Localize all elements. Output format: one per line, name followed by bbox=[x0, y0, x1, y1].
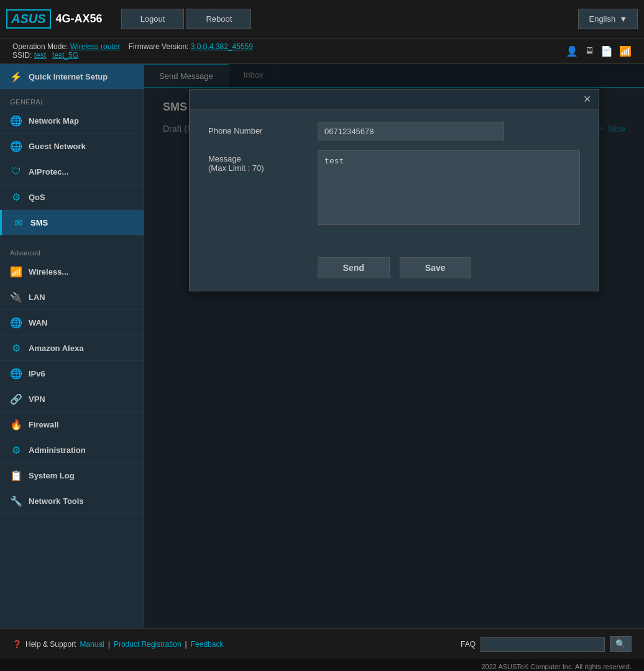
main-layout: ⚡ Quick Internet Setup General 🌐 Network… bbox=[0, 64, 644, 628]
message-textarea[interactable]: test bbox=[318, 150, 580, 225]
copyright: 2022 ASUSTeK Computer Inc. All rights re… bbox=[0, 659, 644, 671]
operation-info: Operation Mode: Wireless router Firmware… bbox=[12, 42, 253, 60]
language-label: English bbox=[589, 14, 615, 24]
separator-1: | bbox=[108, 640, 110, 649]
wan-label: WAN bbox=[29, 318, 47, 327]
alexa-label: Amazon Alexa bbox=[29, 344, 83, 353]
ipv6-icon: 🌐 bbox=[10, 367, 22, 380]
top-bar: ASUS 4G-AX56 Logout Reboot English ▼ bbox=[0, 0, 644, 39]
firmware-label: Firmware Version: bbox=[129, 42, 189, 51]
phone-label: Phone Number bbox=[208, 122, 308, 135]
sidebar-item-wireless[interactable]: 📶 Wireless... bbox=[0, 259, 144, 285]
sidebar-item-sms[interactable]: ✉ SMS bbox=[0, 210, 144, 235]
network-map-label: Network Map bbox=[29, 116, 79, 126]
ipv6-label: IPv6 bbox=[29, 369, 45, 378]
sidebar-advanced-section: Advanced 📶 Wireless... 🔌 LAN 🌐 WAN ⚙ Ama… bbox=[0, 240, 144, 519]
footer-search: FAQ 🔍 bbox=[461, 636, 632, 652]
sidebar-item-firewall[interactable]: 🔥 Firewall bbox=[0, 412, 144, 437]
message-sublabel: (Max Limit : 70) bbox=[208, 163, 264, 173]
user-icon: 👤 bbox=[566, 45, 578, 57]
network-tools-label: Network Tools bbox=[29, 496, 84, 506]
network-map-icon: 🌐 bbox=[10, 114, 22, 127]
sidebar-item-system-log[interactable]: 📋 System Log bbox=[0, 463, 144, 488]
sidebar-item-ipv6[interactable]: 🌐 IPv6 bbox=[0, 361, 144, 386]
send-button[interactable]: Send bbox=[318, 257, 390, 278]
guest-network-label: Guest Network bbox=[29, 142, 86, 151]
modal-close-button[interactable]: ✕ bbox=[583, 94, 591, 104]
phone-row: Phone Number bbox=[208, 122, 580, 140]
alexa-icon: ⚙ bbox=[10, 342, 22, 354]
footer: ❓ Help & Support Manual | Product Regist… bbox=[0, 628, 644, 659]
reboot-button[interactable]: Reboot bbox=[186, 9, 251, 29]
general-section-label: General bbox=[0, 94, 144, 108]
top-buttons: Logout Reboot bbox=[121, 9, 252, 29]
footer-links: ❓ Help & Support Manual | Product Regist… bbox=[12, 640, 223, 649]
ssid-2g[interactable]: test bbox=[34, 51, 46, 60]
sidebar-item-guest-network[interactable]: 🌐 Guest Network bbox=[0, 134, 144, 159]
guest-network-icon: 🌐 bbox=[10, 140, 22, 152]
administration-icon: ⚙ bbox=[10, 444, 22, 456]
lan-label: LAN bbox=[29, 293, 45, 302]
vpn-icon: 🔗 bbox=[10, 393, 22, 405]
sidebar-item-quick-setup[interactable]: ⚡ Quick Internet Setup bbox=[0, 64, 144, 89]
sidebar-general-section: General 🌐 Network Map 🌐 Guest Network 🛡 … bbox=[0, 89, 144, 240]
info-icons: 👤 🖥 📄 📶 bbox=[566, 45, 632, 57]
advanced-section-label: Advanced bbox=[0, 245, 144, 259]
phone-input[interactable] bbox=[318, 122, 504, 140]
sidebar: ⚡ Quick Internet Setup General 🌐 Network… bbox=[0, 64, 144, 628]
operation-mode-label: Operation Mode: bbox=[12, 42, 68, 51]
message-row: Message (Max Limit : 70) test bbox=[208, 150, 580, 225]
sidebar-item-administration[interactable]: ⚙ Administration bbox=[0, 437, 144, 463]
sidebar-item-wan[interactable]: 🌐 WAN bbox=[0, 310, 144, 336]
separator-2: | bbox=[185, 640, 187, 649]
wan-icon: 🌐 bbox=[10, 316, 22, 329]
modal-footer: Send Save bbox=[190, 247, 599, 291]
qos-icon: ⚙ bbox=[10, 191, 22, 203]
system-log-label: System Log bbox=[29, 471, 75, 480]
sidebar-item-lan[interactable]: 🔌 LAN bbox=[0, 285, 144, 310]
compose-modal: ✕ Phone Number Message (Max Limit : 70) bbox=[189, 89, 599, 291]
ssid-label: SSID: bbox=[12, 51, 32, 60]
firewall-label: Firewall bbox=[29, 420, 58, 429]
administration-label: Administration bbox=[29, 445, 86, 455]
content-area: Send Message Inbox SMS - Send Message Dr… bbox=[144, 64, 644, 628]
aiprotect-icon: 🛡 bbox=[10, 165, 22, 178]
faq-search-button[interactable]: 🔍 bbox=[610, 636, 632, 652]
lan-icon: 🔌 bbox=[10, 291, 22, 303]
modal-overlay: ✕ Phone Number Message (Max Limit : 70) bbox=[144, 64, 644, 628]
feedback-link[interactable]: Feedback bbox=[191, 640, 224, 649]
faq-search-input[interactable] bbox=[481, 637, 605, 652]
aiprotect-label: AiProtec... bbox=[29, 167, 68, 176]
product-reg-link[interactable]: Product Registration bbox=[114, 640, 182, 649]
sms-icon: ✉ bbox=[12, 216, 24, 229]
sidebar-item-network-map[interactable]: 🌐 Network Map bbox=[0, 108, 144, 134]
qos-label: QoS bbox=[29, 193, 45, 202]
firmware-value[interactable]: 3.0.0.4.382_45559 bbox=[191, 42, 253, 51]
ssid-5g[interactable]: test_5G bbox=[52, 51, 78, 60]
info-bar: Operation Mode: Wireless router Firmware… bbox=[0, 39, 644, 64]
modal-body: Phone Number Message (Max Limit : 70) te… bbox=[190, 110, 599, 247]
sidebar-item-aiprotect[interactable]: 🛡 AiProtec... bbox=[0, 159, 144, 185]
sidebar-item-vpn[interactable]: 🔗 VPN bbox=[0, 386, 144, 412]
chevron-down-icon: ▼ bbox=[619, 14, 627, 24]
operation-mode-value[interactable]: Wireless router bbox=[70, 42, 121, 51]
sidebar-item-qos[interactable]: ⚙ QoS bbox=[0, 185, 144, 210]
language-button[interactable]: English ▼ bbox=[578, 9, 638, 29]
help-label: Help & Support bbox=[25, 640, 76, 649]
save-button[interactable]: Save bbox=[400, 257, 471, 278]
quick-setup-icon: ⚡ bbox=[10, 70, 22, 83]
logo: ASUS 4G-AX56 bbox=[6, 9, 103, 29]
wireless-icon: 📶 bbox=[10, 265, 22, 278]
sidebar-item-network-tools[interactable]: 🔧 Network Tools bbox=[0, 488, 144, 514]
faq-label: FAQ bbox=[461, 640, 476, 649]
sidebar-item-amazon-alexa[interactable]: ⚙ Amazon Alexa bbox=[0, 336, 144, 361]
logout-button[interactable]: Logout bbox=[121, 9, 185, 29]
file-icon: 📄 bbox=[600, 45, 613, 57]
sidebar-quick-setup-label: Quick Internet Setup bbox=[29, 72, 108, 81]
manual-link[interactable]: Manual bbox=[80, 640, 104, 649]
logo-asus: ASUS bbox=[6, 9, 51, 29]
wireless-label: Wireless... bbox=[29, 267, 68, 276]
help-icon: ❓ bbox=[12, 640, 22, 649]
message-label: Message (Max Limit : 70) bbox=[208, 150, 308, 173]
firewall-icon: 🔥 bbox=[10, 418, 22, 431]
